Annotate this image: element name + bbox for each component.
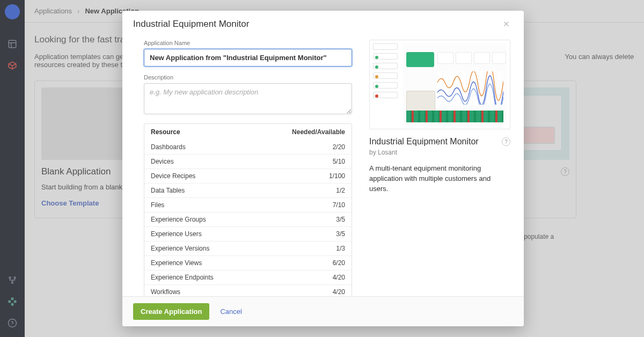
resource-value: 5/10	[333, 158, 345, 165]
preview-description: A multi-tenant equipment monitoring appl…	[369, 164, 509, 194]
preview-author: by Losant	[369, 149, 513, 156]
resource-value: 1/2	[336, 187, 345, 194]
app-name-label: Application Name	[144, 40, 352, 46]
table-row: Devices5/10	[144, 154, 352, 169]
preview-title: Industrial Equipment Monitor	[369, 137, 479, 146]
resource-label: Experience Views	[151, 259, 202, 267]
close-icon[interactable]: ✕	[500, 18, 513, 30]
table-row: Experience Users3/5	[144, 226, 352, 241]
resource-value: 6/20	[333, 259, 345, 267]
table-row: Dashboards2/20	[144, 140, 352, 154]
create-application-button[interactable]: Create Application	[133, 303, 209, 320]
create-application-modal: Industrial Equipment Monitor ✕ Applicati…	[122, 11, 524, 326]
table-row: Files7/10	[144, 197, 352, 212]
resource-value: 2/20	[333, 143, 345, 151]
description-label: Description	[144, 74, 352, 80]
resource-label: Data Tables	[151, 187, 185, 194]
description-input[interactable]	[144, 83, 352, 114]
table-header-row: Resource Needed/Available	[144, 124, 352, 140]
table-row: Workflows4/20	[144, 284, 352, 296]
app-name-input[interactable]	[144, 49, 352, 67]
resource-value: 7/10	[333, 201, 345, 209]
table-row: Experience Versions1/3	[144, 241, 352, 255]
col-needed: Needed/Available	[292, 128, 345, 136]
resource-label: Experience Endpoints	[151, 274, 214, 281]
resource-label: Experience Groups	[151, 216, 206, 223]
table-row: Data Tables1/2	[144, 183, 352, 197]
resource-value: 3/5	[336, 216, 345, 223]
resource-label: Device Recipes	[151, 172, 195, 180]
resource-label: Experience Users	[151, 230, 202, 238]
resource-label: Files	[151, 201, 164, 209]
table-row: Device Recipes1/100	[144, 169, 352, 183]
resource-label: Experience Versions	[151, 245, 209, 252]
cancel-button[interactable]: Cancel	[220, 307, 241, 316]
help-circle-icon[interactable]: ?	[502, 137, 510, 146]
resource-label: Dashboards	[151, 143, 186, 151]
resource-value: 1/100	[329, 172, 345, 180]
modal-title: Industrial Equipment Monitor	[133, 19, 249, 30]
resource-label: Devices	[151, 158, 174, 165]
resource-value: 1/3	[336, 245, 345, 252]
table-row: Experience Groups3/5	[144, 212, 352, 226]
resource-value: 3/5	[336, 230, 345, 238]
resource-table: Resource Needed/Available Dashboards2/20…	[144, 123, 352, 296]
resource-label: Workflows	[151, 288, 180, 296]
table-row: Experience Endpoints4/20	[144, 270, 352, 284]
col-resource: Resource	[151, 128, 180, 136]
table-row: Experience Views6/20	[144, 255, 352, 270]
template-preview-image	[369, 40, 510, 129]
resource-value: 4/20	[333, 274, 345, 281]
resource-value: 4/20	[333, 288, 345, 296]
